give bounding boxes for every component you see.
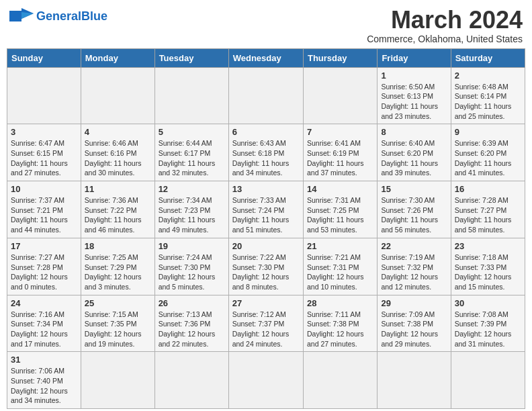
day-info: Sunrise: 7:24 AM Sunset: 7:30 PM Dayligh… bbox=[159, 253, 225, 292]
weekday-header-thursday: Thursday bbox=[303, 48, 377, 67]
day-info: Sunrise: 6:50 AM Sunset: 6:13 PM Dayligh… bbox=[381, 82, 447, 122]
weekday-header-monday: Monday bbox=[81, 48, 154, 67]
day-info: Sunrise: 7:16 AM Sunset: 7:34 PM Dayligh… bbox=[11, 310, 77, 349]
day-info: Sunrise: 7:34 AM Sunset: 7:23 PM Dayligh… bbox=[159, 195, 225, 235]
day-info: Sunrise: 7:06 AM Sunset: 7:40 PM Dayligh… bbox=[11, 366, 77, 406]
day-number: 29 bbox=[381, 298, 447, 308]
calendar-cell bbox=[154, 352, 228, 409]
calendar-cell: 14Sunrise: 7:31 AM Sunset: 7:25 PM Dayli… bbox=[303, 181, 377, 238]
calendar-cell: 11Sunrise: 7:36 AM Sunset: 7:22 PM Dayli… bbox=[81, 181, 154, 238]
day-info: Sunrise: 6:47 AM Sunset: 6:15 PM Dayligh… bbox=[11, 138, 77, 178]
calendar-cell: 31Sunrise: 7:06 AM Sunset: 7:40 PM Dayli… bbox=[7, 352, 81, 409]
calendar-cell: 29Sunrise: 7:09 AM Sunset: 7:38 PM Dayli… bbox=[378, 295, 451, 352]
logo-blue: Blue bbox=[81, 9, 107, 23]
weekday-header-row: SundayMondayTuesdayWednesdayThursdayFrid… bbox=[7, 48, 525, 67]
weekday-header-friday: Friday bbox=[378, 48, 451, 67]
day-number: 11 bbox=[85, 184, 151, 194]
calendar-cell: 1Sunrise: 6:50 AM Sunset: 6:13 PM Daylig… bbox=[378, 67, 451, 124]
day-number: 1 bbox=[381, 71, 447, 81]
calendar-cell bbox=[451, 352, 525, 409]
weekday-header-saturday: Saturday bbox=[451, 48, 525, 67]
day-info: Sunrise: 6:41 AM Sunset: 6:19 PM Dayligh… bbox=[307, 138, 373, 178]
calendar-cell: 18Sunrise: 7:25 AM Sunset: 7:29 PM Dayli… bbox=[81, 238, 154, 295]
day-info: Sunrise: 7:11 AM Sunset: 7:38 PM Dayligh… bbox=[307, 310, 373, 349]
calendar-cell bbox=[81, 352, 154, 409]
calendar-cell: 25Sunrise: 7:15 AM Sunset: 7:35 PM Dayli… bbox=[81, 295, 154, 352]
calendar-cell: 8Sunrise: 6:40 AM Sunset: 6:20 PM Daylig… bbox=[378, 124, 451, 181]
calendar-cell: 2Sunrise: 6:48 AM Sunset: 6:14 PM Daylig… bbox=[451, 67, 525, 124]
calendar-cell: 28Sunrise: 7:11 AM Sunset: 7:38 PM Dayli… bbox=[303, 295, 377, 352]
day-info: Sunrise: 7:19 AM Sunset: 7:32 PM Dayligh… bbox=[381, 253, 447, 292]
calendar-week-row: 31Sunrise: 7:06 AM Sunset: 7:40 PM Dayli… bbox=[7, 352, 525, 409]
day-number: 16 bbox=[455, 184, 521, 194]
day-info: Sunrise: 7:13 AM Sunset: 7:36 PM Dayligh… bbox=[159, 310, 225, 349]
day-number: 6 bbox=[232, 127, 300, 137]
day-number: 31 bbox=[11, 355, 77, 365]
day-number: 30 bbox=[455, 298, 521, 308]
calendar-cell: 22Sunrise: 7:19 AM Sunset: 7:32 PM Dayli… bbox=[378, 238, 451, 295]
day-number: 10 bbox=[11, 184, 77, 194]
day-number: 26 bbox=[159, 298, 225, 308]
day-info: Sunrise: 7:36 AM Sunset: 7:22 PM Dayligh… bbox=[85, 195, 151, 235]
subtitle: Commerce, Oklahoma, United States bbox=[367, 34, 523, 44]
weekday-header-sunday: Sunday bbox=[7, 48, 81, 67]
day-info: Sunrise: 7:09 AM Sunset: 7:38 PM Dayligh… bbox=[381, 310, 447, 349]
day-info: Sunrise: 7:33 AM Sunset: 7:24 PM Dayligh… bbox=[232, 195, 300, 235]
weekday-header-wednesday: Wednesday bbox=[228, 48, 303, 67]
day-number: 13 bbox=[232, 184, 300, 194]
day-number: 3 bbox=[11, 127, 77, 137]
calendar-cell: 10Sunrise: 7:37 AM Sunset: 7:21 PM Dayli… bbox=[7, 181, 81, 238]
day-info: Sunrise: 7:37 AM Sunset: 7:21 PM Dayligh… bbox=[11, 195, 77, 235]
day-number: 24 bbox=[11, 298, 77, 308]
day-number: 9 bbox=[455, 127, 521, 137]
day-number: 14 bbox=[307, 184, 373, 194]
calendar-cell: 21Sunrise: 7:21 AM Sunset: 7:31 PM Dayli… bbox=[303, 238, 377, 295]
calendar-cell: 16Sunrise: 7:28 AM Sunset: 7:27 PM Dayli… bbox=[451, 181, 525, 238]
day-info: Sunrise: 6:43 AM Sunset: 6:18 PM Dayligh… bbox=[232, 138, 300, 178]
weekday-header-tuesday: Tuesday bbox=[154, 48, 228, 67]
calendar-cell: 15Sunrise: 7:30 AM Sunset: 7:26 PM Dayli… bbox=[378, 181, 451, 238]
calendar-cell bbox=[154, 67, 228, 124]
day-info: Sunrise: 7:28 AM Sunset: 7:27 PM Dayligh… bbox=[455, 195, 521, 235]
calendar-cell: 6Sunrise: 6:43 AM Sunset: 6:18 PM Daylig… bbox=[228, 124, 303, 181]
day-number: 19 bbox=[159, 241, 225, 251]
calendar-cell: 26Sunrise: 7:13 AM Sunset: 7:36 PM Dayli… bbox=[154, 295, 228, 352]
calendar-week-row: 3Sunrise: 6:47 AM Sunset: 6:15 PM Daylig… bbox=[7, 124, 525, 181]
day-info: Sunrise: 7:08 AM Sunset: 7:39 PM Dayligh… bbox=[455, 310, 521, 349]
calendar-cell: 9Sunrise: 6:39 AM Sunset: 6:20 PM Daylig… bbox=[451, 124, 525, 181]
day-number: 28 bbox=[307, 298, 373, 308]
day-number: 23 bbox=[455, 241, 521, 251]
calendar-cell: 12Sunrise: 7:34 AM Sunset: 7:23 PM Dayli… bbox=[154, 181, 228, 238]
svg-rect-3 bbox=[9, 11, 21, 21]
header: GeneralBlue March 2024 Commerce, Oklahom… bbox=[7, 7, 525, 44]
day-number: 21 bbox=[307, 241, 373, 251]
calendar-cell bbox=[378, 352, 451, 409]
calendar-week-row: 1Sunrise: 6:50 AM Sunset: 6:13 PM Daylig… bbox=[7, 67, 525, 124]
month-title: March 2024 bbox=[367, 7, 523, 34]
day-info: Sunrise: 6:44 AM Sunset: 6:17 PM Dayligh… bbox=[159, 138, 225, 178]
day-number: 2 bbox=[455, 71, 521, 81]
day-info: Sunrise: 7:15 AM Sunset: 7:35 PM Dayligh… bbox=[85, 310, 151, 349]
calendar-cell bbox=[303, 67, 377, 124]
calendar-cell bbox=[7, 67, 81, 124]
calendar-week-row: 10Sunrise: 7:37 AM Sunset: 7:21 PM Dayli… bbox=[7, 181, 525, 238]
day-number: 18 bbox=[85, 241, 151, 251]
day-number: 12 bbox=[159, 184, 225, 194]
day-info: Sunrise: 7:18 AM Sunset: 7:33 PM Dayligh… bbox=[455, 253, 521, 292]
day-number: 17 bbox=[11, 241, 77, 251]
logo-icon bbox=[9, 7, 34, 26]
calendar-cell: 20Sunrise: 7:22 AM Sunset: 7:30 PM Dayli… bbox=[228, 238, 303, 295]
calendar-cell bbox=[228, 67, 303, 124]
day-number: 25 bbox=[85, 298, 151, 308]
day-info: Sunrise: 7:27 AM Sunset: 7:28 PM Dayligh… bbox=[11, 253, 77, 292]
calendar-cell: 5Sunrise: 6:44 AM Sunset: 6:17 PM Daylig… bbox=[154, 124, 228, 181]
calendar-cell: 30Sunrise: 7:08 AM Sunset: 7:39 PM Dayli… bbox=[451, 295, 525, 352]
logo-general: General bbox=[36, 9, 81, 23]
day-info: Sunrise: 6:39 AM Sunset: 6:20 PM Dayligh… bbox=[455, 138, 521, 178]
calendar-cell: 24Sunrise: 7:16 AM Sunset: 7:34 PM Dayli… bbox=[7, 295, 81, 352]
day-number: 20 bbox=[232, 241, 300, 251]
calendar-week-row: 24Sunrise: 7:16 AM Sunset: 7:34 PM Dayli… bbox=[7, 295, 525, 352]
day-info: Sunrise: 6:48 AM Sunset: 6:14 PM Dayligh… bbox=[455, 82, 521, 122]
day-number: 4 bbox=[85, 127, 151, 137]
day-info: Sunrise: 6:40 AM Sunset: 6:20 PM Dayligh… bbox=[381, 138, 447, 178]
